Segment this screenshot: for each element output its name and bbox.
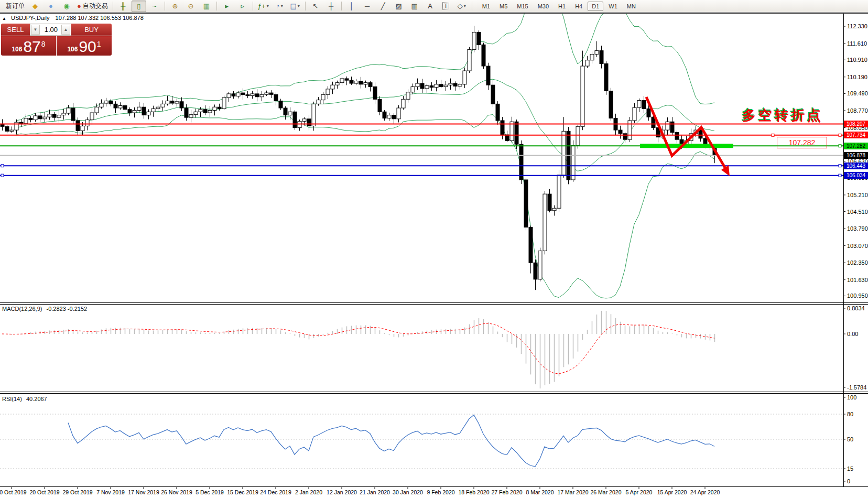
- date-13: 9 Feb 2020: [427, 489, 454, 495]
- text-label-button[interactable]: T: [439, 1, 453, 12]
- price-tick-112.330: 112.330: [847, 23, 867, 29]
- community-icon[interactable]: ●: [44, 1, 58, 12]
- timeframe-w1[interactable]: W1: [604, 2, 622, 11]
- line-chart-button[interactable]: ~: [147, 1, 162, 12]
- date-9: 2 Jan 2020: [295, 489, 322, 495]
- price-level-label[interactable]: 107.282: [777, 137, 827, 148]
- cursor-button-icon: ↖: [312, 1, 318, 12]
- macd-signal-line: [2, 323, 714, 374]
- buy-price[interactable]: 106 90 1: [57, 36, 112, 56]
- sell-price-main: 87: [23, 39, 40, 55]
- symbol-period-label: USDJPY-,Daily: [11, 15, 50, 21]
- collapse-panel-icon[interactable]: ▲: [2, 16, 6, 21]
- templates-button-icon: ▤: [290, 1, 297, 12]
- trendline-button[interactable]: ╱: [376, 1, 390, 12]
- signals-icon[interactable]: ◉: [59, 1, 74, 12]
- arrows-button-dropdown-icon[interactable]: ▾: [464, 4, 466, 8]
- date-12: 30 Jan 2020: [393, 489, 423, 495]
- timeframe-mn[interactable]: MN: [623, 2, 640, 11]
- arrows-button[interactable]: ◇▾: [454, 1, 469, 12]
- timeframe-group: M1M5M15M30H1H4D1W1MN: [478, 2, 641, 11]
- rsi-scale-15: 15: [847, 465, 853, 472]
- price-tick-100.950: 100.950: [847, 293, 868, 299]
- autotrading-button-icon: ●: [77, 1, 81, 12]
- rsi-scale-50: 50: [847, 436, 853, 442]
- horizontal-line-button[interactable]: ─: [360, 1, 375, 12]
- text-button[interactable]: A: [423, 1, 438, 12]
- sell-price[interactable]: 106 87 8: [1, 36, 56, 56]
- volume-up-button[interactable]: ▲: [61, 25, 70, 35]
- date-18: 26 Mar 2020: [591, 489, 622, 495]
- zoom-in-button[interactable]: ⊕: [168, 1, 182, 12]
- timeframe-h1[interactable]: H1: [554, 2, 570, 11]
- ohlc-values: 107.288 107.332 106.553 106.878: [56, 15, 144, 21]
- candlestick-chart-button[interactable]: ▯: [132, 1, 146, 12]
- toolbar-separator: [305, 2, 306, 10]
- date-17: 17 Mar 2020: [558, 489, 589, 495]
- fibonacci-button[interactable]: ▥: [407, 1, 422, 12]
- price-tick-108.770: 108.770: [847, 107, 868, 114]
- date-10: 12 Jan 2020: [327, 489, 357, 495]
- line-chart-button-icon: ~: [153, 1, 157, 12]
- vertical-line-button-icon: │: [350, 1, 354, 12]
- date-2: 29 Oct 2019: [62, 489, 92, 495]
- buy-button[interactable]: BUY: [71, 24, 112, 36]
- auto-scroll-button[interactable]: ▸: [220, 1, 234, 12]
- timeframe-d1[interactable]: D1: [588, 2, 603, 11]
- periods-button[interactable]: ◔▾: [272, 1, 287, 12]
- crosshair-button-icon: ┼: [329, 1, 333, 12]
- chart-shift-button[interactable]: ▹: [235, 1, 250, 12]
- macd-scale-0.00: 0.00: [847, 331, 858, 337]
- date-15: 27 Feb 2020: [492, 489, 523, 495]
- price-tick-110.910: 110.910: [847, 57, 867, 63]
- auto-scroll-button-icon: ▸: [225, 1, 229, 12]
- autotrading-button[interactable]: ●自动交易: [75, 1, 110, 12]
- price-tag-106.878: 106.878: [844, 152, 868, 159]
- rsi-line: [68, 415, 714, 467]
- signals-icon-icon: ◉: [63, 1, 69, 12]
- periods-button-dropdown-icon[interactable]: ▾: [281, 4, 283, 8]
- sell-button[interactable]: SELL: [1, 24, 30, 36]
- indicators-button-dropdown-icon[interactable]: ▾: [267, 4, 269, 8]
- volume-down-button[interactable]: ▼: [31, 25, 40, 35]
- new-order-button[interactable]: 新订单: [2, 1, 27, 12]
- cursor-button[interactable]: ↖: [308, 1, 323, 12]
- macd-scale-0.8034: 0.8034: [847, 305, 865, 311]
- toolbar-separator: [253, 2, 253, 10]
- tile-windows-button[interactable]: ▦: [199, 1, 214, 12]
- zoom-in-button-icon: ⊕: [172, 1, 178, 12]
- turning-point-annotation[interactable]: 多空转折点: [742, 106, 823, 125]
- rsi-scale-0: 0: [847, 478, 850, 484]
- rsi-scale-80: 80: [847, 411, 853, 417]
- new-order-button-label: 新订单: [6, 2, 25, 10]
- chart-profile-icon[interactable]: ◆: [28, 1, 42, 12]
- templates-button-dropdown-icon[interactable]: ▾: [298, 4, 300, 8]
- price-tick-103.790: 103.790: [847, 225, 868, 232]
- indicators-button-icon: ƒ+: [258, 1, 266, 12]
- vertical-line-button[interactable]: │: [344, 1, 359, 12]
- date-20: 15 Apr 2020: [657, 489, 687, 495]
- equidistant-channel-button[interactable]: ▨: [392, 1, 406, 12]
- templates-button[interactable]: ▤▾: [288, 1, 302, 12]
- support-zone-bar[interactable]: [640, 144, 733, 148]
- price-tick-103.070: 103.070: [847, 243, 868, 249]
- timeframe-m5[interactable]: M5: [495, 2, 512, 11]
- tile-windows-button-icon: ▦: [203, 1, 210, 12]
- price-tag-107.282: 107.282: [844, 143, 868, 149]
- crosshair-button[interactable]: ┼: [324, 1, 339, 12]
- horizontal-line-objects[interactable]: [0, 124, 843, 177]
- timeframe-m1[interactable]: M1: [478, 2, 494, 11]
- timeframe-h4[interactable]: H4: [571, 2, 587, 11]
- price-tick-102.350: 102.350: [847, 259, 868, 266]
- sell-price-pip: 8: [41, 40, 46, 48]
- price-tag-106.443: 106.443: [844, 163, 868, 169]
- indicators-button[interactable]: ƒ+▾: [256, 1, 271, 12]
- volume-value[interactable]: 1.00: [40, 24, 61, 35]
- timeframe-m30[interactable]: M30: [534, 2, 553, 11]
- zoom-out-button[interactable]: ⊖: [183, 1, 198, 12]
- date-8: 24 Dec 2019: [260, 489, 291, 495]
- price-tick-101.630: 101.630: [847, 277, 868, 283]
- macd-pane: [2, 311, 715, 388]
- bar-chart-button[interactable]: ╫: [116, 1, 131, 12]
- timeframe-m15[interactable]: M15: [513, 2, 532, 11]
